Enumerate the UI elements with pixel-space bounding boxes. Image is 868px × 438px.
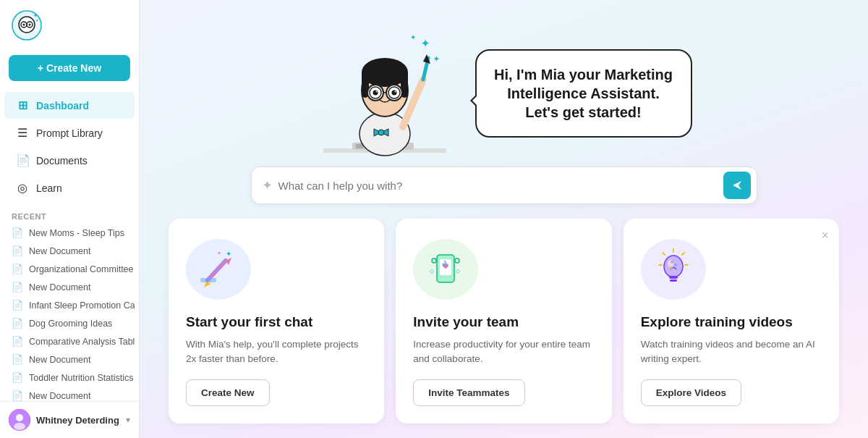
sidebar: ✦ ✦ + Create New ⊞ Dashboard ☰ Prompt Li… bbox=[0, 0, 140, 438]
sidebar-item-documents[interactable]: 📄 Documents bbox=[4, 147, 135, 174]
sidebar-item-label: Documents bbox=[36, 155, 88, 167]
svg-rect-51 bbox=[200, 278, 216, 282]
pencil-icon: ✦ ✦ bbox=[197, 248, 240, 291]
svg-point-23 bbox=[378, 130, 384, 135]
svg-text:✦: ✦ bbox=[421, 38, 430, 49]
recent-list-item[interactable]: 📄Infant Sleep Promotion Cam... bbox=[4, 296, 135, 314]
svg-text:✦: ✦ bbox=[226, 250, 231, 258]
avatar-image bbox=[9, 409, 30, 431]
create-new-button[interactable]: + Create New bbox=[9, 55, 130, 81]
card-1-title: Start your first chat bbox=[186, 314, 367, 330]
dashboard-icon: ⊞ bbox=[16, 98, 29, 112]
chat-card-icon: ✦ ✦ bbox=[186, 239, 251, 300]
recent-list-item[interactable]: 📄Organizational Committee ... bbox=[4, 260, 135, 278]
explore-videos-card: × bbox=[624, 219, 839, 424]
prompt-library-icon: ☰ bbox=[16, 126, 29, 140]
send-icon bbox=[731, 180, 743, 191]
recent-item-label: Infant Sleep Promotion Cam... bbox=[29, 300, 135, 311]
document-icon: 📄 bbox=[12, 300, 23, 311]
sidebar-item-prompt-library[interactable]: ☰ Prompt Library bbox=[4, 119, 135, 146]
speech-text: Hi, I'm Mia your Marketing Intelligence … bbox=[494, 65, 673, 122]
svg-text:◇: ◇ bbox=[430, 268, 435, 274]
svg-marker-48 bbox=[204, 282, 211, 287]
team-card-icon: ◇ ◇ bbox=[413, 239, 478, 300]
recent-item-label: New Document bbox=[29, 355, 90, 365]
card-2-desc: Increase productivity for your entire te… bbox=[413, 337, 594, 367]
team-icon: ◇ ◇ bbox=[424, 248, 467, 291]
card-2-button[interactable]: Invite Teammates bbox=[413, 379, 524, 406]
card-3-title: Explore training videos bbox=[641, 314, 822, 330]
logo-svg: ✦ ✦ bbox=[12, 10, 42, 41]
svg-line-62 bbox=[682, 253, 684, 255]
card-3-button[interactable]: Explore Videos bbox=[641, 379, 741, 406]
chevron-down-icon: ▾ bbox=[126, 415, 130, 425]
recent-item-label: Toddler Nutrition Statistics bbox=[29, 373, 134, 383]
svg-rect-59 bbox=[669, 276, 678, 279]
document-icon: 📄 bbox=[12, 336, 23, 347]
search-area: ✦ bbox=[140, 167, 868, 219]
sidebar-item-dashboard[interactable]: ⊞ Dashboard bbox=[4, 92, 135, 119]
search-input[interactable] bbox=[278, 180, 723, 192]
document-icon: 📄 bbox=[12, 227, 23, 238]
svg-point-54 bbox=[432, 258, 436, 263]
sidebar-item-label: Dashboard bbox=[36, 100, 89, 111]
card-3-desc: Watch training videos and become an AI w… bbox=[641, 337, 822, 367]
recent-list-item[interactable]: 📄Toddler Nutrition Statistics bbox=[4, 368, 135, 387]
start-chat-card: ✦ ✦ Start your first chat With Mia's hel… bbox=[169, 219, 384, 424]
recent-item-label: New Document bbox=[29, 246, 90, 256]
svg-rect-29 bbox=[362, 69, 408, 80]
svg-point-55 bbox=[455, 258, 459, 263]
mia-svg: ✦ ✦ ✦ bbox=[316, 14, 454, 167]
sidebar-item-learn[interactable]: ◎ Learn bbox=[4, 174, 135, 201]
recent-item-label: Comparative Analysis Tables bbox=[29, 337, 135, 347]
recent-list-item[interactable]: 📄Dog Grooming Ideas bbox=[4, 314, 135, 332]
recent-list-item[interactable]: 📄Comparative Analysis Tables bbox=[4, 332, 135, 350]
document-icon: 📄 bbox=[12, 245, 23, 256]
document-icon: 📄 bbox=[12, 282, 23, 292]
card-1-button[interactable]: Create New bbox=[186, 379, 270, 406]
card-1-desc: With Mia's help, you'll complete project… bbox=[186, 337, 367, 367]
document-icon: 📄 bbox=[12, 372, 23, 383]
mia-character: ✦ ✦ ✦ bbox=[316, 14, 461, 159]
svg-rect-60 bbox=[670, 279, 677, 282]
hero-section: ✦ ✦ ✦ Hi, I'm Mia your Marketing Intelli… bbox=[140, 0, 868, 167]
video-card-icon bbox=[641, 239, 706, 300]
avatar bbox=[9, 409, 30, 431]
recent-item-label: New Document bbox=[29, 391, 90, 401]
recent-list-item[interactable]: 📄New Moms - Sleep Tips bbox=[4, 224, 135, 242]
svg-point-67 bbox=[671, 261, 673, 264]
recent-list: 📄New Moms - Sleep Tips📄New Document📄Orga… bbox=[0, 224, 139, 401]
svg-point-36 bbox=[391, 90, 396, 96]
svg-point-37 bbox=[375, 91, 377, 93]
svg-text:✦: ✦ bbox=[217, 250, 221, 256]
close-icon[interactable]: × bbox=[821, 229, 829, 242]
recent-label: RECENT bbox=[0, 205, 139, 224]
recent-list-item[interactable]: 📄New Document bbox=[4, 278, 135, 296]
user-name: Whitney Deterding bbox=[36, 415, 120, 426]
recent-list-item[interactable]: 📄New Document bbox=[4, 350, 135, 368]
speech-bubble: Hi, I'm Mia your Marketing Intelligence … bbox=[475, 49, 692, 138]
main-content: ✦ ✦ ✦ Hi, I'm Mia your Marketing Intelli… bbox=[140, 0, 868, 438]
lightbulb-icon bbox=[652, 248, 695, 291]
sidebar-item-label: Prompt Library bbox=[36, 127, 103, 139]
svg-point-35 bbox=[373, 90, 378, 96]
svg-rect-15 bbox=[356, 144, 363, 148]
recent-item-label: Dog Grooming Ideas bbox=[29, 319, 112, 329]
cards-area: ✦ ✦ Start your first chat With Mia's hel… bbox=[140, 219, 868, 438]
svg-point-58 bbox=[664, 256, 683, 277]
recent-list-item[interactable]: 📄New Document bbox=[4, 242, 135, 260]
recent-list-item[interactable]: 📄New Document bbox=[4, 387, 135, 401]
sidebar-nav: ⊞ Dashboard ☰ Prompt Library 📄 Documents… bbox=[0, 88, 139, 205]
svg-point-69 bbox=[670, 266, 673, 269]
svg-text:✦: ✦ bbox=[433, 55, 440, 63]
svg-point-38 bbox=[394, 91, 396, 93]
user-profile[interactable]: Whitney Deterding ▾ bbox=[0, 401, 139, 438]
svg-point-7 bbox=[29, 24, 31, 26]
learn-icon: ◎ bbox=[16, 181, 29, 195]
document-icon: 📄 bbox=[12, 318, 23, 329]
svg-text:◇: ◇ bbox=[456, 268, 461, 274]
document-icon: 📄 bbox=[12, 264, 23, 274]
document-icon: 📄 bbox=[12, 354, 23, 365]
recent-item-label: New Moms - Sleep Tips bbox=[29, 228, 124, 238]
search-submit-button[interactable] bbox=[723, 172, 751, 199]
